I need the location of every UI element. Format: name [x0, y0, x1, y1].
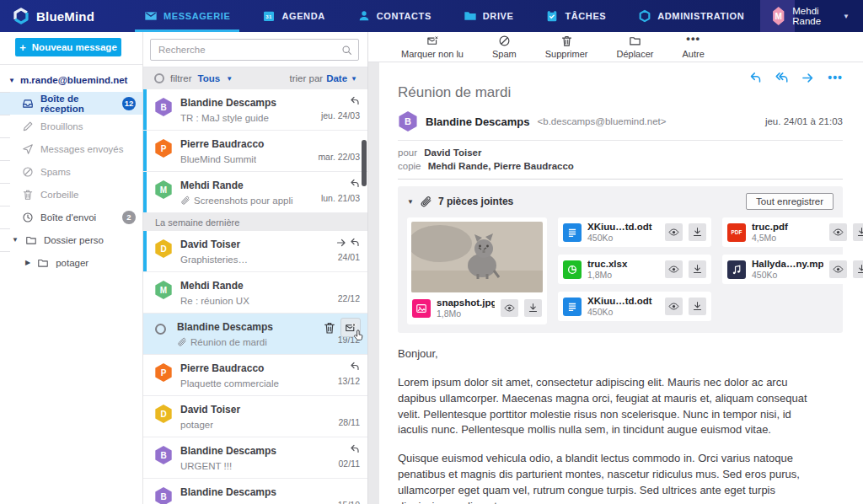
preview-attachment-button[interactable] — [829, 260, 847, 278]
recipient-to[interactable]: David Toiser — [424, 147, 481, 158]
search-input[interactable] — [150, 39, 359, 61]
attachment-tile[interactable]: XKiuu…td.odt 450Ko — [558, 292, 711, 321]
forward-icon[interactable] — [801, 72, 814, 84]
bluemind-logo[interactable]: BlueMind — [0, 0, 106, 32]
sort-dropdown[interactable]: Date — [326, 73, 347, 83]
nav-tab-contacts[interactable]: CONTACTS — [341, 0, 448, 32]
folder-icon — [629, 35, 641, 47]
download-icon — [856, 227, 863, 238]
chevron-down-icon[interactable]: ▼ — [351, 75, 357, 83]
message-list-panel: filtrer Tous ▼ trier par Date ▼ B Blandi… — [143, 32, 368, 504]
chevron-down-icon[interactable]: ▼ — [226, 75, 233, 83]
save-all-attachments-button[interactable]: Tout enregistrer — [746, 193, 834, 210]
folder-icon — [37, 257, 49, 269]
message-list-item[interactable]: M Mehdi Rande Screenshots pour appli lun… — [143, 172, 367, 213]
avatar: D — [154, 405, 173, 423]
attachment-tile[interactable]: truc.xlsx 1,8Mo — [558, 255, 711, 284]
sidebar-item-sent[interactable]: Messages envoyés — [0, 137, 142, 160]
avatar: P — [154, 139, 173, 158]
top-nav: BlueMind MESSAGERIE 31 AGENDA CONTACTS D… — [0, 0, 863, 32]
sidebar-item-trash[interactable]: Corbeille — [0, 183, 142, 206]
recipient-cc-row: copie Mehdi Rande, Pierre Baudracco — [398, 161, 843, 171]
message-list-item[interactable]: D David Toiser potager 28/11 — [143, 396, 367, 437]
message-list-item[interactable]: P Pierre Baudracco BlueMind Summit mar. … — [143, 131, 367, 172]
account-node[interactable]: ▼ m.rande@bluemind.net — [0, 65, 142, 92]
attachment-image-preview — [411, 222, 543, 292]
reply-all-icon[interactable] — [775, 72, 788, 84]
drive-folder-icon — [464, 9, 477, 23]
download-attachment-button[interactable] — [689, 298, 706, 315]
sidebar-item-inbox[interactable]: Boîte de réception 12 — [0, 92, 142, 115]
user-avatar: M — [772, 7, 785, 25]
mp3-file-icon — [727, 260, 746, 279]
search-icon — [341, 45, 352, 56]
preview-attachment-button[interactable] — [665, 223, 683, 241]
message-select-radio[interactable] — [155, 324, 166, 335]
eye-icon — [668, 264, 679, 275]
attachment-tile[interactable]: PDF truc.pdf 4,5Mo — [722, 217, 863, 247]
sidebar-item-outbox[interactable]: Boîte d'envoi 2 — [0, 206, 142, 228]
select-all-toggle[interactable] — [154, 73, 164, 83]
user-menu[interactable]: M Mehdi Rande ▼ — [760, 0, 863, 32]
folder-icon — [25, 234, 37, 246]
download-icon — [856, 264, 863, 275]
nav-tab-messagerie[interactable]: MESSAGERIE — [128, 0, 246, 32]
message-list-item[interactable]: B Blandine Descamps prise de contact 15/… — [143, 479, 367, 504]
new-message-button[interactable]: + Nouveau message — [15, 38, 121, 56]
message-datetime: jeu. 24/01 à 21:03 — [765, 116, 843, 126]
attachment-tile[interactable]: Hallyda…ny.mp3 450Ko — [722, 255, 863, 284]
more-actions-button[interactable]: ••• Autre — [668, 35, 719, 59]
sender-name[interactable]: Blandine Descamps — [426, 115, 530, 128]
delete-message-icon[interactable] — [323, 321, 336, 335]
list-scrollbar[interactable] — [362, 140, 367, 186]
download-attachment-button[interactable] — [524, 299, 542, 317]
attachment-tile-image[interactable]: snapshot.jpg 1,8Mo — [407, 217, 547, 324]
message-list-item[interactable]: B Blandine Descamps URGENT !!! 02/11 — [143, 437, 367, 479]
nav-tab-taches[interactable]: TÂCHES — [529, 0, 622, 32]
sender-email: <b.descamps@bluemind.net> — [538, 116, 667, 126]
message-list-item[interactable]: D David Toiser Graphisteries… 24/01 — [143, 231, 367, 272]
tasks-clipboard-icon — [545, 9, 559, 23]
nav-tab-administration[interactable]: ADMINISTRATION — [622, 0, 760, 32]
recipient-cc[interactable]: Mehdi Rande, Pierre Baudracco — [428, 161, 574, 171]
chevron-down-icon[interactable]: ▼ — [407, 198, 414, 206]
sidebar-item-drafts[interactable]: Brouillons — [0, 115, 142, 137]
outbox-count-badge: 2 — [122, 211, 136, 224]
sidebar-item-dossier-perso[interactable]: ▼ Dossier perso — [0, 228, 142, 251]
nav-tabs: MESSAGERIE 31 AGENDA CONTACTS DRIVE TÂCH… — [128, 0, 760, 32]
user-name: Mehdi Rande — [792, 6, 832, 26]
delete-button[interactable]: Supprimer — [531, 35, 603, 59]
message-list-item[interactable]: M Mehdi Rande Re : réunion UX 22/12 — [143, 272, 367, 314]
attachment-tile[interactable]: XKiuu…td.odt 450Ko — [558, 217, 711, 247]
preview-attachment-button[interactable] — [829, 223, 847, 241]
chevron-down-icon: ▼ — [843, 13, 850, 20]
download-attachment-button[interactable] — [853, 260, 863, 278]
nav-tab-agenda[interactable]: 31 AGENDA — [246, 0, 340, 32]
svg-text:31: 31 — [266, 14, 273, 19]
sidebar-item-spam[interactable]: Spams — [0, 160, 142, 183]
block-icon — [22, 166, 34, 178]
mark-unread-icon — [426, 35, 439, 47]
spam-button[interactable]: Spam — [478, 35, 531, 59]
reply-icon — [350, 238, 360, 248]
download-icon — [528, 303, 539, 314]
preview-attachment-button[interactable] — [665, 260, 683, 278]
move-button[interactable]: Déplacer — [603, 35, 668, 59]
download-attachment-button[interactable] — [853, 223, 863, 241]
more-actions-icon[interactable]: ••• — [828, 71, 843, 84]
message-list-item[interactable]: P Pierre Baudracco Plaquette commerciale… — [143, 355, 367, 396]
message-list-item[interactable]: B Blandine Descamps TR : MaJ style guide… — [143, 89, 367, 131]
download-attachment-button[interactable] — [689, 260, 706, 278]
preview-attachment-button[interactable] — [501, 299, 518, 317]
mark-unread-button[interactable]: Marquer non lu — [387, 35, 478, 59]
reply-icon[interactable] — [749, 72, 762, 84]
attachments-panel: ▼ 7 pièces jointes Tout enregistrer — [398, 186, 843, 333]
sidebar-item-potager[interactable]: ▶ potager — [0, 251, 142, 274]
message-list-item-selected[interactable]: Blandine Descamps Réunion de mardi 19/12 — [143, 314, 367, 355]
nav-tab-drive[interactable]: DRIVE — [448, 0, 530, 32]
filter-dropdown[interactable]: Tous — [198, 73, 221, 83]
attachment-icon — [180, 196, 190, 206]
pane-gutter — [368, 62, 379, 504]
download-attachment-button[interactable] — [689, 223, 706, 241]
preview-attachment-button[interactable] — [665, 298, 683, 315]
